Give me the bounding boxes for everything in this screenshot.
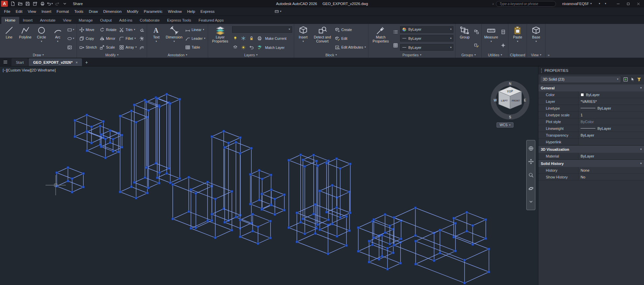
leader-button[interactable]: Leader▾	[185, 35, 206, 42]
layer-iso-layer-button[interactable]	[232, 44, 239, 51]
file-tab-start[interactable]: Start	[11, 58, 28, 66]
close-tab-icon[interactable]: ×	[76, 60, 78, 64]
stretch-button[interactable]: Stretch	[79, 44, 97, 51]
table-button[interactable]: Table	[185, 44, 206, 51]
save-button[interactable]	[24, 0, 31, 7]
paste-button[interactable]: Paste▾	[510, 25, 525, 52]
menu-modify[interactable]: Modify	[124, 9, 141, 13]
property-value-history[interactable]: None	[578, 167, 644, 173]
ribbon-tab-collaborate[interactable]: Collaborate	[136, 17, 163, 24]
property-value-linetype[interactable]: ByLayer	[578, 105, 644, 111]
plot-layer-button[interactable]	[256, 35, 263, 41]
ribbon-tab-view[interactable]: View	[59, 17, 75, 24]
property-value-transparency[interactable]: ByLayer	[578, 132, 644, 138]
viewport-controls-label[interactable]: [−][Custom View][2D Wireframe]	[3, 68, 56, 72]
menu-express[interactable]: Express	[198, 9, 217, 13]
scale-button[interactable]: Scale	[99, 44, 117, 51]
panel-footer-block[interactable]: Block▾	[294, 52, 368, 58]
lineweight-combo[interactable]: ByLayer▾	[400, 35, 453, 41]
property-value-plot-style[interactable]: ByColor	[578, 118, 644, 125]
panel-footer-properties[interactable]: Properties▾	[368, 52, 455, 58]
fillet-button[interactable]: Fillet▾	[118, 35, 137, 42]
ribbon-tab-home[interactable]: Home	[1, 17, 19, 24]
bulb-layer-button[interactable]	[232, 35, 239, 41]
line-button[interactable]: Line	[2, 25, 17, 52]
trim-button[interactable]: Trim▾	[118, 27, 137, 33]
object-color-combo[interactable]: ByLayer▾	[400, 26, 453, 33]
wcs-dropdown[interactable]: WCS▾	[497, 122, 513, 127]
list-button[interactable]	[392, 29, 399, 35]
file-tab-menu-button[interactable]	[0, 58, 11, 66]
section-3d-visualization[interactable]: 3D Visualization▾	[538, 145, 644, 153]
quick-select-button[interactable]	[636, 76, 642, 83]
panel-footer-annotation[interactable]: Annotation▾	[147, 52, 207, 58]
grid-button[interactable]	[392, 42, 399, 49]
explode-button[interactable]	[139, 35, 145, 42]
file-tab-geo-export-v2026[interactable]: GEO_EXPORT_v2026*×	[29, 58, 82, 66]
pickadd-button[interactable]	[622, 76, 629, 83]
ribbon-tab-output[interactable]: Output	[96, 17, 116, 24]
menu-draw[interactable]: Draw	[86, 9, 101, 13]
undo-button[interactable]: ▾	[46, 0, 53, 7]
section-general[interactable]: General▾	[538, 84, 644, 91]
copy-button[interactable]: Copy	[79, 35, 97, 42]
ribbon-tab-featured-apps[interactable]: Featured Apps	[195, 17, 228, 24]
new-tab-button[interactable]: +	[83, 59, 90, 66]
property-value-linetype-scale[interactable]: 1	[578, 112, 644, 118]
layer-match-layer-button[interactable]	[256, 44, 263, 51]
panel-footer-draw[interactable]: Draw▾	[0, 52, 77, 58]
id-point-button[interactable]	[500, 42, 506, 49]
insert-button[interactable]: Insert▾	[296, 25, 311, 52]
ungroup-button[interactable]	[473, 29, 480, 35]
linetype-combo[interactable]: ByLayer▾	[400, 44, 453, 51]
text-button[interactable]: AText▾	[149, 25, 164, 52]
panel-footer-groups[interactable]: Groups▾	[455, 52, 481, 58]
nav-pan-button[interactable]	[528, 159, 534, 165]
open-button[interactable]	[17, 0, 24, 7]
group-edit-button[interactable]	[473, 42, 480, 49]
make-current-button[interactable]: Make Current	[264, 35, 287, 41]
share-button[interactable]: Share	[72, 2, 83, 6]
search-collapse-icon[interactable]: ›	[493, 2, 494, 6]
layer-dropdown[interactable]: ▾	[232, 26, 292, 33]
ellipse-button[interactable]: ▾	[66, 35, 75, 42]
plot-button[interactable]	[39, 0, 46, 7]
model-viewport[interactable]: [−][Custom View][2D Wireframe] NESW TOP …	[0, 66, 538, 285]
nav-orbit-button[interactable]	[528, 185, 534, 192]
mirror-button[interactable]: Mirror	[99, 35, 117, 42]
palette-title-bar[interactable]: PROPERTIES	[538, 66, 644, 75]
redo-button[interactable]	[54, 0, 61, 7]
toolbar-overflow-button[interactable]: ▾	[275, 9, 281, 14]
object-type-dropdown[interactable]: 3D Solid (23)▾	[540, 76, 621, 83]
ribbon-tab-express-tools[interactable]: Express Tools	[163, 17, 195, 24]
property-value-lineweight[interactable]: ByLayer	[578, 125, 644, 132]
hatch-button[interactable]	[66, 44, 75, 51]
nav-zoom-button[interactable]	[528, 172, 534, 178]
max-button[interactable]	[623, 0, 633, 7]
move-button[interactable]: Move	[79, 27, 97, 33]
property-value-show-history[interactable]: No	[578, 174, 644, 180]
panel-footer-modify[interactable]: Modify▾	[77, 52, 147, 58]
measure-button[interactable]: Measure▾	[483, 25, 499, 52]
rotate-button[interactable]: Rotate	[99, 27, 117, 33]
search-input[interactable]	[496, 1, 556, 7]
sun-layer-button[interactable]	[240, 44, 247, 51]
snowflake-layer-button[interactable]	[240, 35, 247, 41]
panel-footer-utilities[interactable]: Utilities▾	[482, 52, 508, 58]
menu-dimension[interactable]: Dimension	[101, 9, 124, 13]
menu-help[interactable]: Help	[185, 9, 198, 13]
panel-footer-view[interactable]: View▾	[527, 52, 545, 58]
edit-attributes-button[interactable]: aEdit Attributes▾	[334, 44, 367, 51]
ribbon-tab-add-ins[interactable]: Add-ins	[115, 17, 136, 24]
min-button[interactable]	[613, 0, 623, 7]
layer-properties-button[interactable]: Layer Properties	[210, 25, 231, 52]
property-value-color[interactable]: ByLayer	[578, 91, 644, 98]
array-button[interactable]: Array▾	[118, 44, 137, 51]
select-objects-button[interactable]	[629, 76, 636, 83]
save-as-button[interactable]	[31, 0, 38, 7]
menu-view[interactable]: View	[25, 9, 39, 13]
nav-chevdown-button[interactable]	[528, 199, 534, 205]
menu-window[interactable]: Window	[165, 9, 185, 13]
panel-footer-clipboard[interactable]: Clipboard	[508, 52, 527, 58]
menu-format[interactable]: Format	[54, 9, 72, 13]
